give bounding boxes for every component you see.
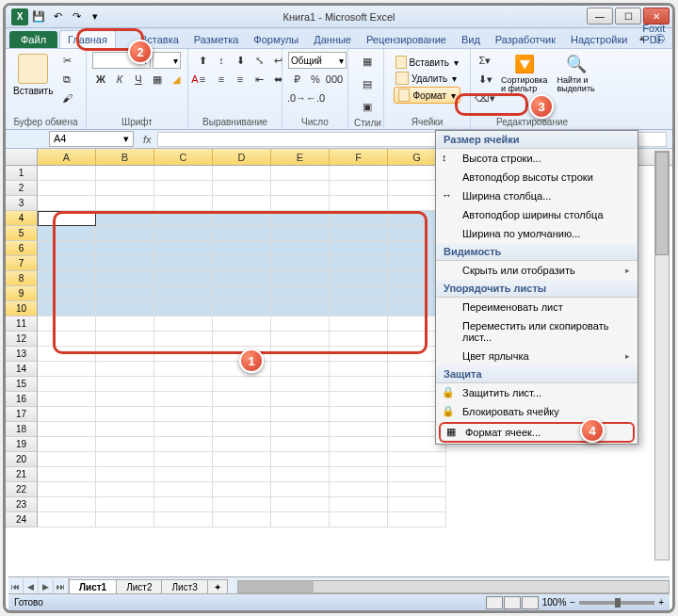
cell[interactable] (154, 392, 213, 407)
cell[interactable] (38, 437, 96, 452)
col-header[interactable]: A (38, 149, 96, 165)
cell[interactable] (96, 497, 154, 512)
cell[interactable] (96, 347, 154, 362)
table-format-icon[interactable]: ▤ (354, 74, 380, 93)
format-painter-icon[interactable]: 🖌 (58, 89, 75, 106)
cell[interactable] (271, 301, 330, 316)
row-header[interactable]: 15 (6, 377, 38, 392)
row-header[interactable]: 7 (6, 256, 38, 271)
cell[interactable] (38, 316, 96, 332)
cell[interactable] (271, 377, 330, 392)
tab-home[interactable]: Главная (59, 30, 116, 48)
cell[interactable] (154, 301, 213, 316)
cell[interactable] (38, 166, 96, 181)
cell[interactable] (96, 422, 154, 437)
number-format-combo[interactable]: Общий▾ (288, 52, 347, 69)
col-header[interactable]: F (330, 149, 388, 165)
dd-autofit-row[interactable]: Автоподбор высоты строки (436, 168, 638, 186)
dd-default-width[interactable]: Ширина по умолчанию... (436, 224, 638, 243)
cell[interactable] (96, 512, 154, 527)
row-header[interactable]: 18 (6, 422, 38, 437)
row-header[interactable]: 22 (6, 482, 38, 497)
cell[interactable] (330, 211, 388, 226)
cell[interactable] (38, 482, 96, 497)
cell[interactable] (96, 196, 154, 211)
cell[interactable] (271, 482, 330, 497)
cell[interactable] (271, 467, 330, 482)
dd-move[interactable]: Переместить или скопировать лист... (436, 316, 638, 347)
cell[interactable] (213, 286, 271, 301)
cell[interactable] (213, 166, 271, 181)
cell[interactable] (38, 332, 96, 347)
find-select-button[interactable]: 🔍 Найти и выделить (555, 52, 596, 95)
cell[interactable] (213, 332, 271, 347)
cell[interactable] (213, 407, 271, 422)
bold-icon[interactable]: Ж (92, 71, 109, 88)
help-icon[interactable]: ⓘ (654, 32, 665, 46)
align-center-icon[interactable]: ≡ (213, 71, 230, 88)
dd-rename[interactable]: Переименовать лист (436, 298, 638, 316)
row-header[interactable]: 21 (6, 467, 38, 482)
row-header[interactable]: 13 (6, 347, 38, 362)
cell[interactable] (38, 407, 96, 422)
page-break-view-icon[interactable] (522, 596, 539, 609)
cell[interactable] (38, 226, 96, 241)
cell[interactable] (213, 512, 271, 527)
cell[interactable] (38, 301, 96, 316)
dd-col-width[interactable]: ↔Ширина столбца... (436, 186, 638, 205)
cell[interactable] (213, 181, 271, 196)
cell[interactable] (96, 226, 154, 241)
sheet-tab[interactable]: Лист1 (69, 579, 117, 594)
cell[interactable] (38, 452, 96, 467)
cell[interactable] (38, 196, 96, 211)
vertical-scrollbar[interactable] (654, 151, 670, 560)
dd-tab-color[interactable]: Цвет ярлычка▸ (436, 347, 638, 365)
cell[interactable] (330, 392, 388, 407)
cell[interactable] (271, 211, 330, 226)
dd-hide-unhide[interactable]: Скрыть или отобразить▸ (436, 261, 638, 280)
cell[interactable] (330, 301, 388, 316)
cell[interactable] (96, 362, 154, 377)
cell[interactable] (213, 392, 271, 407)
cell[interactable] (96, 377, 154, 392)
cell[interactable] (154, 196, 213, 211)
cell[interactable] (38, 377, 96, 392)
cell[interactable] (330, 437, 388, 452)
col-header[interactable]: B (96, 149, 154, 165)
cell[interactable] (213, 241, 271, 256)
dd-protect-sheet[interactable]: 🔒Защитить лист... (436, 383, 638, 402)
cell[interactable] (154, 512, 213, 527)
sheet-tab[interactable]: Лист3 (161, 579, 207, 594)
cell[interactable] (330, 422, 388, 437)
dd-format-cells[interactable]: ▦Формат ячеек... (439, 422, 635, 443)
page-layout-view-icon[interactable] (504, 596, 521, 609)
cell[interactable] (271, 226, 330, 241)
cell[interactable] (271, 241, 330, 256)
cell[interactable] (271, 512, 330, 527)
row-header[interactable]: 16 (6, 392, 38, 407)
cell[interactable] (96, 316, 154, 332)
row-header[interactable]: 10 (6, 301, 38, 316)
new-sheet-button[interactable]: ✦ (207, 579, 228, 594)
cell[interactable] (271, 452, 330, 467)
cell[interactable] (213, 211, 271, 226)
cell[interactable] (213, 256, 271, 271)
cell[interactable] (96, 332, 154, 347)
cell[interactable] (38, 392, 96, 407)
cell[interactable] (154, 332, 213, 347)
cell[interactable] (330, 452, 388, 467)
comma-icon[interactable]: 000 (326, 71, 343, 88)
cell[interactable] (271, 392, 330, 407)
cell[interactable] (213, 467, 271, 482)
cell[interactable] (154, 482, 213, 497)
cell[interactable] (330, 316, 388, 332)
align-middle-icon[interactable]: ↕ (213, 52, 230, 69)
cell[interactable] (154, 286, 213, 301)
cell[interactable] (154, 467, 213, 482)
cell[interactable] (38, 467, 96, 482)
cell[interactable] (271, 422, 330, 437)
row-header[interactable]: 20 (6, 452, 38, 467)
cell[interactable] (38, 241, 96, 256)
cell[interactable] (154, 316, 213, 332)
cell[interactable] (96, 301, 154, 316)
